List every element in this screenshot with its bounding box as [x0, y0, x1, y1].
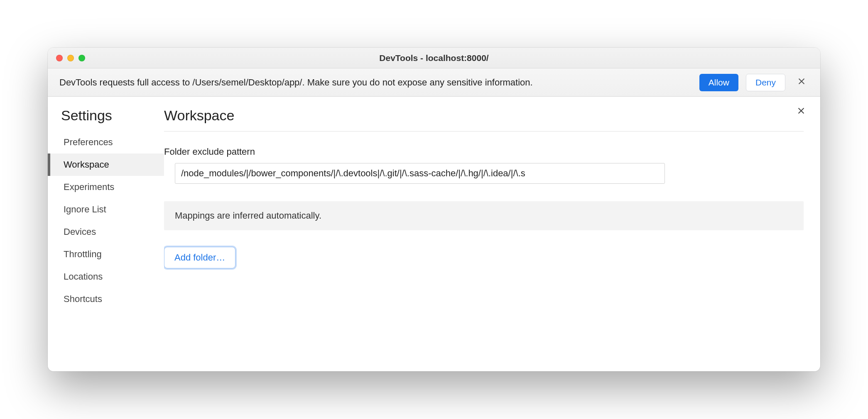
sidebar-item-label: Locations	[64, 271, 103, 282]
sidebar-item-label: Throttling	[64, 249, 102, 259]
deny-button[interactable]: Deny	[746, 74, 785, 91]
settings-title: Settings	[48, 107, 164, 131]
sidebar-item-locations[interactable]: Locations	[48, 266, 164, 288]
settings-panel: Settings Preferences Workspace Experimen…	[48, 97, 820, 371]
workspace-settings: Workspace Folder exclude pattern Mapping…	[164, 97, 820, 371]
close-window-button[interactable]	[56, 55, 63, 61]
sidebar-item-throttling[interactable]: Throttling	[48, 243, 164, 266]
sidebar-item-label: Ignore List	[64, 204, 106, 214]
allow-button[interactable]: Allow	[699, 74, 738, 91]
exclude-pattern-label: Folder exclude pattern	[164, 146, 804, 157]
titlebar: DevTools - localhost:8000/	[48, 48, 820, 68]
zoom-window-button[interactable]	[78, 55, 85, 61]
sidebar-item-ignore-list[interactable]: Ignore List	[48, 198, 164, 221]
close-icon	[797, 77, 806, 88]
sidebar-item-label: Workspace	[64, 159, 109, 170]
mappings-notice: Mappings are inferred automatically.	[164, 201, 804, 230]
infobar-close-button[interactable]	[793, 74, 810, 91]
close-icon	[797, 107, 805, 117]
settings-sidebar: Settings Preferences Workspace Experimen…	[48, 97, 164, 371]
sidebar-item-devices[interactable]: Devices	[48, 221, 164, 243]
sidebar-item-shortcuts[interactable]: Shortcuts	[48, 288, 164, 310]
sidebar-item-experiments[interactable]: Experiments	[48, 176, 164, 198]
devtools-window: DevTools - localhost:8000/ DevTools requ…	[48, 48, 820, 371]
add-folder-button[interactable]: Add folder…	[164, 247, 235, 268]
sidebar-item-label: Experiments	[64, 182, 114, 192]
sidebar-item-label: Devices	[64, 227, 96, 237]
close-settings-button[interactable]	[794, 105, 808, 118]
infobar-message: DevTools requests full access to /Users/…	[59, 77, 692, 88]
window-controls	[48, 55, 85, 61]
permission-infobar: DevTools requests full access to /Users/…	[48, 68, 820, 97]
sidebar-item-label: Preferences	[64, 137, 113, 147]
minimize-window-button[interactable]	[67, 55, 74, 61]
sidebar-item-label: Shortcuts	[64, 294, 102, 304]
sidebar-item-workspace[interactable]: Workspace	[48, 153, 164, 176]
sidebar-item-preferences[interactable]: Preferences	[48, 131, 164, 153]
exclude-pattern-input[interactable]	[175, 163, 665, 184]
page-title: Workspace	[164, 107, 804, 132]
window-title: DevTools - localhost:8000/	[48, 53, 820, 63]
